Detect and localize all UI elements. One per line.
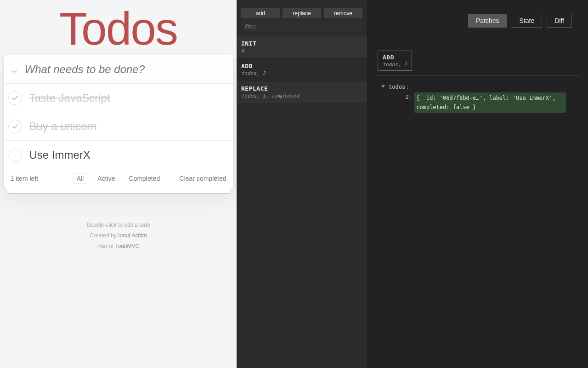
log-entry[interactable]: ADD todos, 2 bbox=[237, 59, 367, 81]
colon: : bbox=[406, 82, 409, 92]
list-item[interactable]: Use ImmerX bbox=[4, 141, 233, 169]
log-entry-path: todos, 1, completed bbox=[241, 93, 362, 99]
new-todo-input[interactable] bbox=[25, 63, 233, 76]
tree-key: todos bbox=[389, 82, 405, 92]
checkmark-icon[interactable] bbox=[8, 148, 22, 162]
log-entry-op: INIT bbox=[241, 40, 362, 47]
remove-button[interactable]: remove bbox=[324, 8, 362, 18]
tree-value: { _id: '06d7f8b8-e…', label: 'Use ImmerX… bbox=[414, 92, 566, 113]
selected-patch-chip: ADD todos, 2 bbox=[378, 51, 412, 71]
chip-op: ADD bbox=[383, 54, 407, 61]
log-filter-input[interactable] bbox=[241, 21, 362, 32]
colon: : bbox=[409, 92, 413, 103]
chip-path: todos, 2 bbox=[383, 62, 407, 68]
filter-all[interactable]: All bbox=[73, 173, 88, 184]
card-shadow-decoration bbox=[4, 188, 233, 192]
inspector-tabs: Patches State Diff bbox=[468, 14, 572, 28]
checkmark-icon[interactable] bbox=[8, 120, 22, 133]
log-entry-op: REPLACE bbox=[241, 85, 362, 92]
log-entry[interactable]: REPLACE todos, 1, completed bbox=[237, 81, 367, 104]
inspector-panel: Patches State Diff ADD todos, 2 todos: 2… bbox=[368, 0, 588, 368]
info-hint: Double-click to edit a todo bbox=[86, 220, 150, 230]
log-entry-path: # bbox=[241, 48, 362, 54]
todomvc-link[interactable]: TodoMVC bbox=[115, 243, 139, 249]
tree-index: 2 bbox=[384, 92, 409, 103]
todo-label: Taste JavaScript bbox=[29, 92, 226, 104]
info-created-prefix: Created by bbox=[90, 232, 118, 239]
page-title: Todos bbox=[59, 2, 177, 55]
log-filter-row bbox=[237, 21, 367, 36]
tab-patches[interactable]: Patches bbox=[468, 14, 507, 28]
new-todo-row: ⌄ bbox=[4, 55, 233, 84]
filter-completed[interactable]: Completed bbox=[125, 173, 164, 184]
todo-card: ⌄ Taste JavaScript Buy a unicorn Use Imm… bbox=[4, 55, 233, 188]
info-partof-prefix: Part of bbox=[97, 243, 115, 249]
action-log-panel: add replace remove INIT # ADD todos, 2 R… bbox=[237, 0, 368, 368]
author-link[interactable]: Ionut Achim bbox=[118, 232, 147, 239]
list-item[interactable]: Taste JavaScript bbox=[4, 84, 233, 112]
add-button[interactable]: add bbox=[241, 8, 280, 18]
todo-footer: 1 item left All Active Completed Clear c… bbox=[4, 169, 233, 188]
patch-tree: todos: 2: { _id: '06d7f8b8-e…', label: '… bbox=[381, 82, 582, 113]
items-left-label: 1 item left bbox=[11, 175, 39, 182]
divider bbox=[375, 75, 581, 76]
tree-value-row[interactable]: 2: { _id: '06d7f8b8-e…', label: 'Use Imm… bbox=[384, 92, 582, 113]
info-footer: Double-click to edit a todo Created by I… bbox=[86, 220, 150, 251]
tree-root-row[interactable]: todos: bbox=[381, 82, 582, 92]
todo-panel: Todos ⌄ Taste JavaScript Buy a unicorn U… bbox=[0, 0, 237, 368]
clear-completed-button[interactable]: Clear completed bbox=[180, 175, 226, 182]
replace-button[interactable]: replace bbox=[283, 8, 321, 18]
disclosure-down-icon[interactable] bbox=[381, 85, 385, 88]
log-entry-path: todos, 2 bbox=[241, 70, 362, 76]
log-entry[interactable]: INIT # bbox=[237, 36, 367, 59]
checkmark-icon[interactable] bbox=[8, 91, 22, 105]
todo-label: Use ImmerX bbox=[29, 149, 226, 161]
todo-label: Buy a unicorn bbox=[29, 120, 226, 133]
filter-active[interactable]: Active bbox=[94, 173, 119, 184]
chevron-down-icon[interactable]: ⌄ bbox=[0, 63, 29, 75]
list-item[interactable]: Buy a unicorn bbox=[4, 112, 233, 141]
tab-state[interactable]: State bbox=[512, 14, 543, 28]
log-entry-op: ADD bbox=[241, 63, 362, 69]
tab-diff[interactable]: Diff bbox=[547, 14, 572, 28]
log-toolbar: add replace remove bbox=[237, 0, 367, 21]
